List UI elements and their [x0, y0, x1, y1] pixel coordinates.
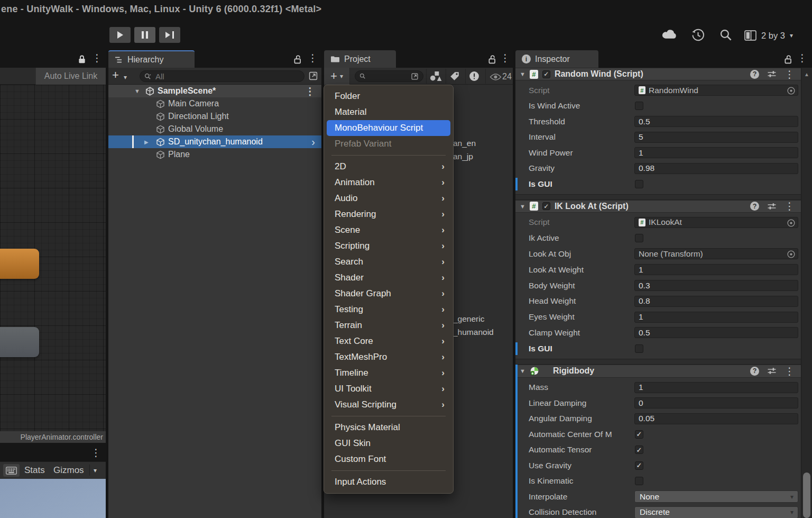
selected-chevron-icon[interactable]: › [311, 137, 315, 147]
scene-kebab-menu-icon[interactable]: ⋮ [305, 86, 315, 96]
property-checkbox[interactable] [635, 102, 643, 110]
menu-item[interactable]: Material [324, 104, 453, 120]
pause-button[interactable] [134, 27, 155, 43]
filter-by-type-button[interactable] [430, 71, 442, 81]
presets-icon[interactable] [767, 202, 777, 211]
menu-item[interactable]: UI Toolkit › [324, 381, 453, 397]
cloud-services-button[interactable] [661, 29, 678, 40]
scroll-up-arrow-icon[interactable]: ▲ [801, 71, 812, 77]
value-field[interactable]: 1 [634, 147, 798, 158]
menu-item[interactable]: Physics Material [324, 420, 453, 435]
value-field[interactable]: 1 [634, 312, 798, 323]
menu-item[interactable]: 2D › [324, 159, 453, 175]
property-checkbox[interactable] [635, 234, 643, 242]
value-field[interactable]: 0.05 [634, 413, 798, 424]
layout-dropdown[interactable]: 2 by 3 ▾ [744, 29, 793, 42]
filter-by-label-button[interactable] [449, 71, 460, 81]
component-enabled-checkbox[interactable]: ✓ [542, 202, 550, 210]
menu-item[interactable]: Testing › [324, 302, 453, 317]
menu-item[interactable]: MonoBehaviour Script [327, 120, 450, 136]
menu-item[interactable]: Custom Font [324, 451, 453, 467]
component-header[interactable]: ▼ # ✓ Random Wind (Script) ? ⋮ [515, 68, 801, 80]
hierarchy-search-input[interactable] [154, 71, 300, 81]
menu-item[interactable]: Timeline › [324, 365, 453, 381]
component-enabled-checkbox[interactable]: ✓ [542, 70, 550, 78]
property-checkbox[interactable]: ✓ [635, 430, 643, 439]
project-item-label[interactable]: an_jp [453, 150, 476, 163]
component-header[interactable]: ▼ # ✓ IK Look At (Script) ? ⋮ [515, 200, 801, 213]
step-button[interactable] [159, 27, 180, 43]
menu-item[interactable]: Text Core › [324, 333, 453, 349]
menu-item[interactable]: Scene › [324, 222, 453, 238]
menu-item[interactable]: TextMeshPro › [324, 349, 453, 365]
menu-item[interactable]: Input Actions [324, 474, 453, 490]
property-dropdown[interactable]: None▾ [634, 490, 798, 503]
object-picker-icon[interactable] [787, 86, 796, 95]
hidden-packages-button[interactable] [469, 71, 479, 81]
tab-inspector[interactable]: i Inspector [515, 50, 598, 68]
component-foldout-icon[interactable]: ▼ [520, 368, 525, 374]
tab-hierarchy[interactable]: Hierarchy [108, 50, 195, 68]
property-checkbox[interactable]: ✓ [635, 461, 643, 470]
value-field[interactable]: 0.5 [634, 116, 798, 127]
inspector-scrollbar[interactable]: ▲ [801, 68, 812, 518]
game-view-viewport[interactable] [0, 479, 106, 518]
hierarchy-kebab-menu-icon[interactable]: ⋮ [308, 53, 318, 63]
project-item-label[interactable]: _humanoid [453, 325, 494, 339]
hierarchy-item[interactable]: ▶ SD_unitychan_humanoid › [108, 135, 321, 148]
project-unlock-icon[interactable] [487, 54, 497, 64]
hierarchy-add-button[interactable]: + [112, 69, 119, 81]
property-checkbox[interactable] [635, 344, 643, 353]
animator-lock-icon[interactable] [77, 54, 87, 64]
animator-kebab-menu-icon[interactable]: ⋮ [92, 53, 102, 63]
value-field[interactable]: 0.8 [634, 296, 798, 307]
presets-icon[interactable] [767, 367, 777, 375]
object-picker-icon[interactable] [787, 250, 796, 259]
gizmos-button[interactable]: Gizmos [53, 461, 84, 479]
project-item-label[interactable]: _generic [453, 312, 494, 325]
project-search-input[interactable] [369, 71, 408, 81]
help-icon[interactable]: ? [750, 70, 759, 79]
animator-state-node-orange[interactable] [0, 249, 39, 279]
value-field[interactable]: 0.3 [634, 280, 798, 291]
object-picker-icon[interactable] [787, 219, 796, 228]
keyboard-shortcuts-button[interactable] [3, 464, 20, 477]
hierarchy-maximize-button[interactable] [308, 71, 318, 81]
play-button[interactable] [109, 27, 131, 43]
menu-item[interactable]: GUI Skin [324, 435, 453, 451]
project-search-field[interactable] [355, 70, 423, 82]
object-field[interactable]: # IKLookAt [634, 217, 798, 228]
project-kebab-menu-icon[interactable]: ⋮ [500, 53, 510, 63]
menu-item[interactable]: Animation › [324, 175, 453, 190]
component-kebab-menu-icon[interactable]: ⋮ [785, 366, 795, 376]
game-view-kebab-menu-icon[interactable]: ⋮ [91, 448, 101, 458]
open-search-window-icon[interactable] [411, 72, 419, 80]
hierarchy-item[interactable]: Main Camera [108, 97, 321, 110]
hierarchy-search-field[interactable] [140, 70, 304, 82]
value-field[interactable]: 5 [634, 132, 798, 143]
component-kebab-menu-icon[interactable]: ⋮ [785, 69, 795, 79]
menu-item[interactable]: Audio › [324, 190, 453, 206]
value-field[interactable]: 1 [634, 264, 798, 275]
value-field[interactable]: 1 [634, 382, 798, 393]
inspector-kebab-menu-icon[interactable]: ⋮ [797, 53, 807, 63]
menu-item[interactable]: Folder [324, 88, 453, 104]
menu-item[interactable]: Search › [324, 254, 453, 270]
menu-item[interactable]: Shader › [324, 270, 453, 286]
component-kebab-menu-icon[interactable]: ⋮ [785, 201, 795, 211]
hierarchy-item[interactable]: Global Volume [108, 123, 321, 135]
menu-item[interactable]: Rendering › [324, 206, 453, 222]
hierarchy-item[interactable]: Plane [108, 148, 321, 161]
menu-item[interactable]: Terrain › [324, 317, 453, 333]
property-dropdown[interactable]: Discrete▾ [634, 506, 798, 518]
help-icon[interactable]: ? [750, 367, 759, 376]
project-add-button[interactable]: + ▾ [324, 68, 350, 85]
auto-live-link-button[interactable]: Auto Live Link [35, 68, 106, 85]
inspector-unlock-icon[interactable] [783, 54, 793, 64]
animator-graph-canvas[interactable] [0, 85, 106, 431]
component-foldout-icon[interactable]: ▼ [520, 71, 525, 77]
hierarchy-item[interactable]: Directional Light [108, 110, 321, 123]
property-checkbox[interactable] [635, 180, 643, 188]
hierarchy-unlock-icon[interactable] [293, 54, 302, 64]
foldout-open-icon[interactable]: ▼ [134, 88, 140, 94]
